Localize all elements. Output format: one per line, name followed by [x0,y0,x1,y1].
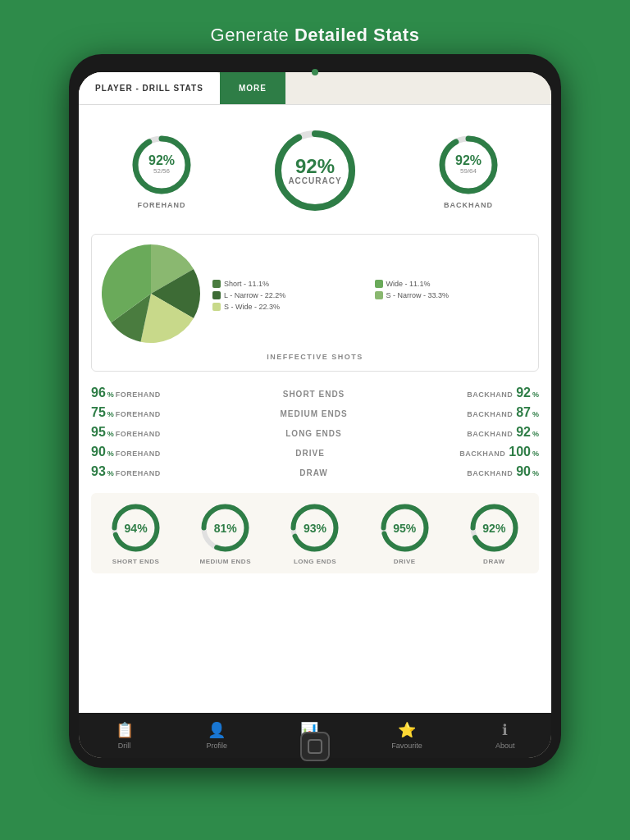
nav-profile[interactable]: 👤 Profile [207,721,228,750]
long-ends-backhand-pct: 92 [516,425,531,440]
drive-center: DRIVE [295,449,325,458]
tablet-camera [312,69,318,75]
legend-s-wide: S - Wide - 22.3% [212,303,367,311]
favourite-label: Favourite [391,742,422,750]
bottom-medium-ends-label: MEDIUM ENDS [200,558,251,565]
nav-favourite[interactable]: ⭐ Favourite [391,721,422,750]
forehand-percent: 92% [148,154,175,167]
bottom-medium-ends: 81% MEDIUM ENDS [199,501,252,565]
header-title-bold: Detailed Stats [294,25,420,45]
home-button[interactable] [300,732,330,761]
draw-backhand-pct: 90 [516,464,531,479]
pie-chart-title: INEFFECTIVE SHOTS [267,353,363,361]
bottom-drive: 95% DRIVE [378,501,431,565]
accuracy-donut-container: 92% ACCURACY [270,126,360,216]
nav-drill[interactable]: 📋 Drill [116,721,134,750]
bottom-short-ends: 94% SHORT ENDS [109,501,162,565]
legend-s-narrow: S - Narrow - 33.3% [375,291,529,299]
top-tab-bar: PLAYER - DRILL STATS MORE [79,72,551,105]
forehand-label: FOREHAND [138,201,186,209]
page-header: Generate Detailed Stats [211,25,420,46]
short-ends-center: SHORT ENDS [283,390,345,399]
backhand-circle-stat: 92% 59/64 BACKHAND [436,132,501,209]
pie-section: Short - 11.1% Wide - 11.1% L - Narrow - … [91,234,539,372]
stats-rows: 96 % FOREHAND SHORT ENDS BACKHAND 92 % 7… [91,381,539,483]
content-area: 92% 52/56 FOREHAND 92% [79,105,551,713]
stat-row-drive: 90 % FOREHAND DRIVE BACKHAND 100 % [91,445,539,459]
pie-chart-container [102,244,200,346]
header-title-plain: Generate [211,25,294,45]
medium-ends-center: MEDIUM ENDS [280,409,347,418]
medium-ends-forehand-pct: 75 [91,405,106,420]
bottom-drive-label: DRIVE [394,558,416,565]
legend-l-narrow: L - Narrow - 22.2% [212,291,367,299]
bottom-long-ends-label: LONG ENDS [294,558,336,565]
short-ends-backhand-pct: 92 [516,386,531,400]
stat-row-long-ends: 95 % FOREHAND LONG ENDS BACKHAND 92 % [91,425,539,440]
profile-label: Profile [207,742,228,750]
home-button-inner [308,739,322,754]
legend-wide: Wide - 11.1% [375,280,529,288]
forehand-donut-container: 92% 52/56 [129,132,194,198]
bottom-draw: 92% DRAW [468,501,521,565]
about-label: About [495,742,515,750]
draw-center: DRAW [299,468,328,477]
draw-forehand-pct: 93 [91,464,106,479]
stat-row-draw: 93 % FOREHAND DRAW BACKHAND 90 % [91,464,539,479]
bottom-circles-row: 94% SHORT ENDS 81% MEDIUM ENDS [91,493,539,573]
forehand-fraction: 52/56 [148,167,175,176]
pie-legend: Short - 11.1% Wide - 11.1% L - Narrow - … [212,280,528,311]
drill-icon: 📋 [116,721,134,739]
stat-row-medium-ends: 75 % FOREHAND MEDIUM ENDS BACKHAND 87 % [91,405,539,420]
short-ends-forehand-pct: 96 [91,386,106,400]
backhand-percent: 92% [455,154,482,167]
medium-ends-backhand-pct: 87 [516,405,531,420]
accuracy-circle-stat: 92% ACCURACY [270,126,360,216]
drill-label: Drill [118,742,131,750]
drive-backhand-pct: 100 [509,445,531,459]
bottom-draw-label: DRAW [483,558,504,565]
backhand-donut-container: 92% 59/64 [436,132,501,198]
forehand-circle-stat: 92% 52/56 FOREHAND [129,132,194,209]
bottom-long-ends: 93% LONG ENDS [288,501,341,565]
about-icon: ℹ [502,721,508,739]
nav-about[interactable]: ℹ About [495,721,515,750]
backhand-fraction: 59/64 [455,167,482,176]
profile-icon: 👤 [208,721,226,739]
circles-row: 92% 52/56 FOREHAND 92% [91,117,539,224]
stat-row-short-ends: 96 % FOREHAND SHORT ENDS BACKHAND 92 % [91,386,539,400]
legend-short: Short - 11.1% [212,280,367,288]
tab-player-drill[interactable]: PLAYER - DRILL STATS [79,72,220,104]
tablet-screen: PLAYER - DRILL STATS MORE 92 [79,72,551,758]
bottom-short-ends-label: SHORT ENDS [112,558,159,565]
long-ends-center: LONG ENDS [285,429,341,438]
favourite-icon: ⭐ [398,721,416,739]
tab-more[interactable]: MORE [220,72,285,104]
drive-forehand-pct: 90 [91,445,106,459]
accuracy-label: ACCURACY [288,176,341,185]
backhand-label: BACKHAND [444,201,493,209]
tablet-frame: PLAYER - DRILL STATS MORE 92 [69,54,561,768]
long-ends-forehand-pct: 95 [91,425,106,440]
accuracy-percent: 92% [288,157,341,176]
